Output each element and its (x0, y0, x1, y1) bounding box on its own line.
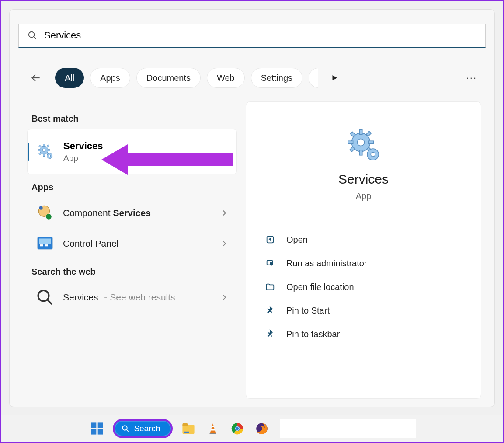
taskbar-search-label: Search (134, 424, 160, 433)
search-input[interactable] (44, 30, 476, 41)
svg-point-56 (236, 427, 239, 430)
vlc-icon[interactable] (204, 420, 222, 437)
action-label: Run as administrator (286, 258, 367, 269)
component-services-icon (36, 204, 54, 222)
detail-subtitle: App (356, 191, 372, 201)
more-button[interactable]: ··· (466, 72, 477, 84)
action-pin-start[interactable]: Pin to Start (259, 299, 468, 322)
svg-rect-53 (209, 433, 216, 434)
control-panel-icon (36, 234, 54, 253)
filter-documents[interactable]: Documents (136, 68, 201, 88)
svg-rect-9 (48, 150, 50, 151)
chevron-right-icon (220, 240, 228, 248)
svg-rect-8 (38, 150, 40, 151)
svg-rect-51 (212, 426, 214, 427)
svg-rect-27 (359, 129, 362, 134)
services-large-icon (347, 128, 381, 162)
svg-rect-29 (348, 141, 353, 144)
search-panel: All Apps Documents Web Settings ··· Best… (9, 9, 495, 407)
svg-rect-43 (91, 429, 97, 434)
detail-panel: Services App Open Run as administrator O… (246, 101, 481, 399)
svg-rect-33 (366, 131, 371, 136)
open-icon (265, 235, 275, 244)
section-search-web: Search the web (31, 267, 237, 277)
svg-rect-22 (45, 244, 48, 246)
file-explorer-icon[interactable] (180, 420, 197, 437)
filter-settings[interactable]: Settings (251, 68, 302, 88)
divider (259, 219, 468, 219)
action-open[interactable]: Open (259, 228, 468, 251)
start-button[interactable] (88, 420, 106, 437)
filter-row: All Apps Documents Web Settings ··· (27, 65, 477, 91)
taskbar-search-button[interactable]: Search (113, 419, 172, 438)
search-icon (122, 425, 129, 433)
svg-rect-10 (38, 145, 41, 147)
action-label: Open file location (286, 282, 354, 292)
svg-rect-49 (184, 431, 189, 433)
svg-rect-42 (98, 422, 103, 428)
pin-icon (265, 306, 275, 315)
svg-rect-28 (359, 150, 362, 155)
svg-rect-34 (350, 147, 355, 151)
svg-point-26 (357, 139, 364, 146)
section-best-match: Best match (31, 114, 237, 124)
svg-rect-30 (368, 141, 373, 144)
svg-point-15 (49, 155, 50, 157)
detail-title: Services (338, 172, 389, 187)
svg-point-36 (371, 152, 375, 157)
web-result-suffix: - See web results (102, 292, 175, 302)
svg-point-17 (39, 206, 42, 209)
svg-rect-12 (47, 145, 49, 147)
app-result-prefix: Component (63, 208, 113, 218)
best-match-item[interactable]: Services App (27, 129, 237, 174)
svg-rect-6 (43, 144, 45, 147)
chrome-icon[interactable] (229, 420, 246, 437)
search-icon (36, 288, 54, 307)
filter-all[interactable]: All (55, 68, 84, 88)
svg-rect-7 (43, 154, 45, 156)
best-match-title: Services (63, 140, 103, 152)
action-label: Open (286, 235, 308, 245)
action-pin-taskbar[interactable]: Pin to taskbar (259, 322, 468, 346)
svg-point-5 (42, 149, 45, 152)
filter-apps[interactable]: Apps (90, 68, 130, 88)
svg-rect-31 (350, 132, 355, 136)
svg-point-18 (46, 214, 52, 220)
search-box[interactable] (18, 24, 486, 48)
filter-web[interactable]: Web (207, 68, 245, 88)
svg-rect-48 (182, 423, 188, 426)
firefox-icon[interactable] (253, 420, 271, 437)
back-button[interactable] (27, 69, 45, 87)
web-result-term: Services (63, 292, 98, 302)
section-apps: Apps (31, 182, 237, 192)
shield-icon (265, 258, 275, 268)
play-button[interactable] (324, 68, 344, 88)
services-icon (36, 143, 55, 161)
svg-rect-21 (40, 244, 43, 246)
svg-point-0 (29, 32, 35, 38)
action-open-location[interactable]: Open file location (259, 275, 468, 299)
chevron-right-icon (220, 293, 228, 301)
taskbar: Search (1, 415, 503, 442)
best-match-subtitle: App (63, 153, 103, 163)
svg-line-24 (47, 300, 52, 304)
folder-icon (265, 282, 275, 292)
svg-rect-52 (211, 429, 215, 430)
app-result-component-services[interactable]: Component Services (27, 198, 237, 228)
svg-marker-50 (210, 423, 216, 433)
svg-point-23 (38, 290, 49, 301)
svg-line-1 (34, 37, 36, 39)
filter-overflow[interactable] (309, 68, 318, 88)
action-label: Pin to Start (286, 306, 330, 316)
svg-point-45 (123, 426, 128, 430)
app-result-bold: Services (113, 208, 150, 218)
app-result-label: Control Panel (63, 238, 118, 248)
app-result-control-panel[interactable]: Control Panel (27, 228, 237, 259)
chevron-right-icon (220, 209, 228, 217)
action-label: Pin to taskbar (286, 329, 340, 339)
action-run-admin[interactable]: Run as administrator (259, 251, 468, 275)
svg-rect-44 (98, 429, 103, 434)
pin-icon (265, 329, 275, 339)
web-result[interactable]: Services - See web results (27, 282, 237, 313)
svg-rect-20 (39, 238, 51, 244)
